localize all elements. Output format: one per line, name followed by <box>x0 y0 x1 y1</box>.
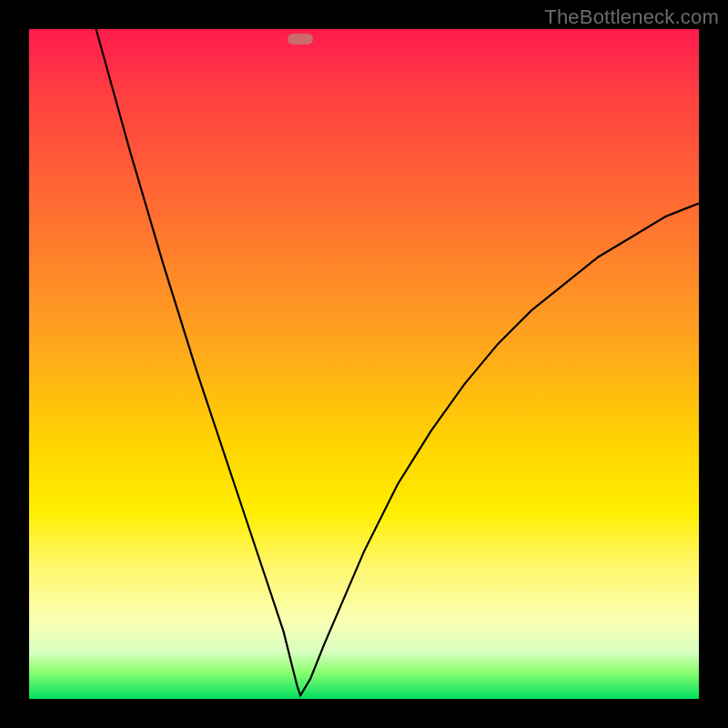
plot-area <box>29 29 699 699</box>
watermark-text: TheBottleneck.com <box>544 5 719 29</box>
curve-left-branch <box>96 29 301 695</box>
optimum-marker <box>288 34 313 45</box>
bottleneck-curve <box>29 29 699 699</box>
chart-frame: TheBottleneck.com <box>0 0 728 728</box>
curve-right-branch <box>300 203 699 695</box>
